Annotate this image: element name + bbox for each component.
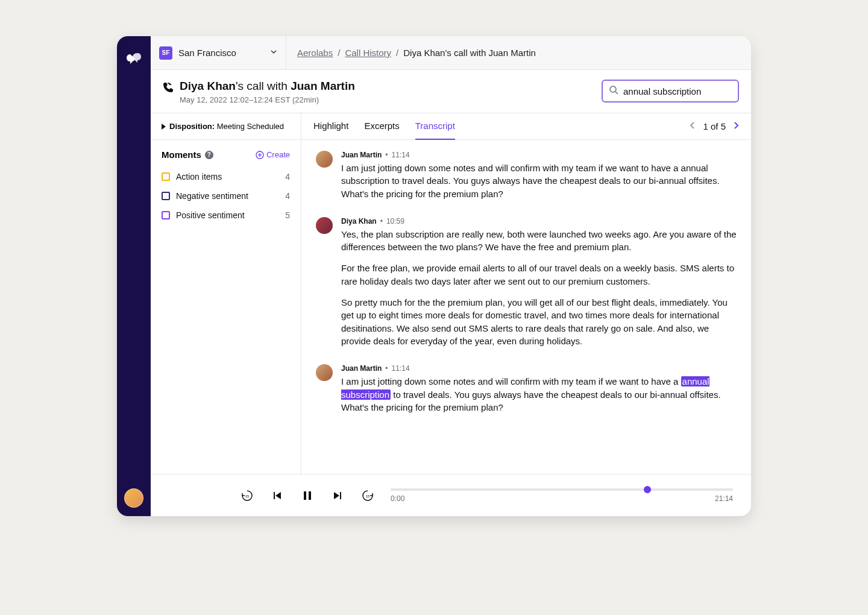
speaker-avatar — [316, 217, 333, 234]
tabs: HighlightExcerptsTranscript 1 of 5 — [301, 113, 751, 140]
moment-label: Action items — [176, 172, 279, 181]
moment-count: 4 — [285, 191, 290, 201]
triangle-right-icon — [162, 124, 166, 130]
moment-item[interactable]: Negative sentiment 4 — [151, 186, 301, 206]
tab-transcript[interactable]: Transcript — [415, 113, 455, 140]
breadcrumb-link-call-history[interactable]: Call History — [345, 48, 391, 58]
progress-wrap: 0:00 21:14 — [391, 488, 733, 503]
svg-rect-8 — [309, 491, 311, 500]
svg-point-0 — [610, 86, 616, 92]
main-area: SF San Francisco Aerolabs / Call History… — [151, 36, 751, 516]
chevron-down-icon — [270, 48, 277, 57]
moments-list: Action items 4 Negative sentiment 4 Posi… — [151, 163, 301, 229]
topbar: SF San Francisco Aerolabs / Call History… — [151, 36, 751, 70]
moment-label: Positive sentiment — [176, 210, 279, 220]
transcript-message: Juan Martin•11:14I am just jotting down … — [316, 151, 737, 200]
page-title: Diya Khan's call with Juan Martin — [180, 80, 355, 93]
svg-rect-6 — [274, 492, 275, 499]
phone-icon — [163, 82, 174, 93]
skip-back-button[interactable] — [271, 490, 283, 502]
page-header: Diya Khan's call with Juan Martin May 12… — [151, 70, 751, 113]
skip-forward-button[interactable] — [332, 490, 344, 502]
transcript-message: Juan Martin•11:14I am just jotting down … — [316, 364, 737, 414]
svg-rect-7 — [304, 491, 306, 500]
message-header: Juan Martin•11:14 — [341, 364, 737, 373]
workspace-badge: SF — [159, 46, 172, 60]
workspace-selector[interactable]: SF San Francisco — [151, 36, 286, 69]
audio-player: 15 15 — [151, 474, 751, 516]
player-time-end: 21:14 — [715, 494, 733, 503]
pager-prev[interactable] — [690, 121, 696, 132]
moment-item[interactable]: Positive sentiment 5 — [151, 206, 301, 225]
moment-count: 5 — [285, 210, 290, 220]
speaker-name: Diya Khan — [341, 217, 377, 226]
app-window: SF San Francisco Aerolabs / Call History… — [117, 36, 751, 516]
search-input[interactable] — [623, 86, 738, 96]
message-text: Yes, the plan subscription are really ne… — [341, 228, 737, 347]
speaker-name: Juan Martin — [341, 151, 382, 159]
message-header: Juan Martin•11:14 — [341, 151, 737, 159]
tab-excerpts[interactable]: Excerpts — [364, 113, 399, 140]
speaker-avatar — [316, 151, 333, 168]
rewind-15-button[interactable]: 15 — [241, 490, 253, 502]
forward-15-button[interactable]: 15 — [362, 490, 374, 502]
speaker-avatar — [316, 364, 333, 381]
svg-text:15: 15 — [245, 494, 250, 498]
svg-line-1 — [615, 92, 618, 94]
breadcrumb: Aerolabs / Call History / Diya Khan's ca… — [286, 36, 751, 69]
message-time: 11:14 — [392, 151, 410, 159]
call-title-block: Diya Khan's call with Juan Martin May 12… — [163, 80, 355, 104]
message-text: I am just jotting down some notes and wi… — [341, 162, 737, 200]
transcript-body: Juan Martin•11:14I am just jotting down … — [301, 140, 751, 474]
player-controls: 15 15 — [169, 490, 374, 502]
user-avatar[interactable] — [124, 488, 143, 508]
tab-highlight[interactable]: Highlight — [313, 113, 348, 140]
create-moment-button[interactable]: Create — [256, 150, 290, 159]
progress-bar[interactable] — [391, 488, 733, 491]
help-icon[interactable]: ? — [205, 151, 213, 159]
result-pager: 1 of 5 — [690, 121, 739, 132]
message-time: 10:59 — [386, 217, 404, 226]
moment-color-swatch — [162, 172, 170, 181]
sidebar: Disposition: Meeting Scheduled Moments ?… — [151, 113, 301, 474]
pager-next[interactable] — [733, 121, 739, 132]
svg-text:15: 15 — [366, 494, 370, 498]
moment-color-swatch — [162, 211, 170, 219]
progress-times: 0:00 21:14 — [391, 494, 733, 503]
search-input-wrapper[interactable] — [602, 80, 739, 102]
moments-title: Moments ? — [162, 150, 213, 160]
player-time-start: 0:00 — [391, 494, 404, 503]
pager-text: 1 of 5 — [703, 121, 726, 131]
call-meta: May 12, 2022 12:02–12:24 EST (22min) — [180, 95, 355, 104]
search-icon — [609, 85, 618, 97]
nav-rail — [117, 36, 151, 516]
search-highlight: annual subscription — [341, 376, 709, 399]
moment-color-swatch — [162, 192, 170, 200]
transcript-panel: HighlightExcerptsTranscript 1 of 5 Juan … — [301, 113, 751, 474]
speaker-name: Juan Martin — [341, 364, 382, 373]
pause-button[interactable] — [301, 490, 313, 502]
moments-header: Moments ? Create — [151, 140, 301, 163]
disposition-row[interactable]: Disposition: Meeting Scheduled — [151, 113, 301, 140]
breadcrumb-link-aerolabs[interactable]: Aerolabs — [297, 48, 333, 58]
workspace-name: San Francisco — [178, 48, 264, 58]
message-text: I am just jotting down some notes and wi… — [341, 375, 737, 414]
content-area: Disposition: Meeting Scheduled Moments ?… — [151, 113, 751, 474]
breadcrumb-current: Diya Khan's call with Juan Martin — [403, 48, 536, 58]
svg-rect-9 — [340, 492, 341, 499]
message-time: 11:14 — [392, 364, 410, 373]
app-logo[interactable] — [127, 52, 141, 66]
progress-knob[interactable] — [644, 486, 651, 493]
moment-label: Negative sentiment — [176, 191, 279, 201]
transcript-message: Diya Khan•10:59Yes, the plan subscriptio… — [316, 217, 737, 347]
moment-count: 4 — [285, 172, 290, 181]
moment-item[interactable]: Action items 4 — [151, 167, 301, 186]
message-header: Diya Khan•10:59 — [341, 217, 737, 226]
